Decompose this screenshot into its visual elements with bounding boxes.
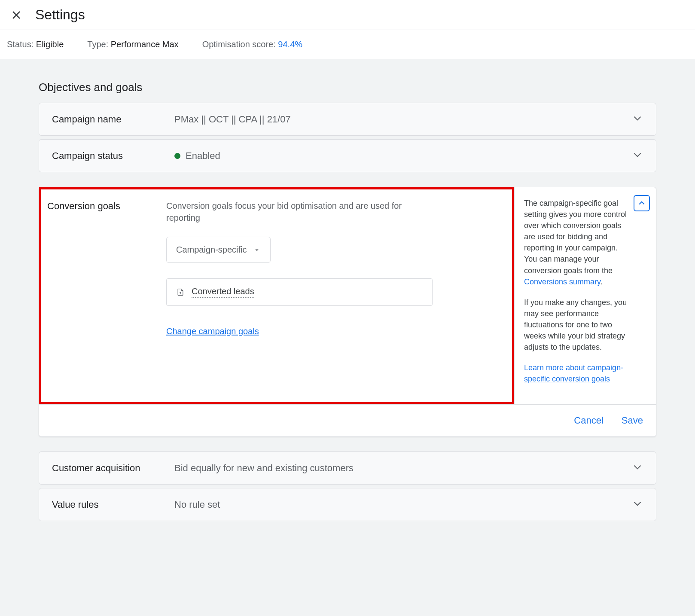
help-text-1: The campaign-specific goal setting gives… xyxy=(524,198,647,287)
learn-more-link[interactable]: Learn more about campaign-specific conve… xyxy=(524,363,623,383)
campaign-status-value: Enabled xyxy=(174,150,632,162)
goal-item-text: Converted leads xyxy=(192,287,254,298)
settings-header: Settings xyxy=(0,0,695,30)
chevron-up-icon xyxy=(637,199,646,207)
page-title: Settings xyxy=(35,7,85,23)
content-area: Objectives and goals Campaign name PMax … xyxy=(0,59,695,537)
chevron-down-icon xyxy=(632,461,643,475)
goal-scope-dropdown[interactable]: Campaign-specific xyxy=(166,237,271,263)
optimisation-label: Optimisation score: xyxy=(202,40,278,49)
conversion-goals-description: Conversion goals focus your bid optimisa… xyxy=(166,200,433,224)
customer-acquisition-label: Customer acquisition xyxy=(52,463,174,474)
collapse-help-button[interactable] xyxy=(634,195,650,211)
value-rules-label: Value rules xyxy=(52,499,174,510)
campaign-status-text: Enabled xyxy=(186,150,220,162)
conversion-goals-panel: Conversion goals Conversion goals focus … xyxy=(39,187,656,437)
goal-scope-value: Campaign-specific xyxy=(176,245,247,255)
type-label: Type: xyxy=(87,40,110,49)
save-button[interactable]: Save xyxy=(622,415,643,426)
conversion-goals-label: Conversion goals xyxy=(47,200,166,392)
customer-acquisition-value: Bid equally for new and existing custome… xyxy=(174,463,632,474)
campaign-name-row[interactable]: Campaign name PMax || OCT || CPA || 21/0… xyxy=(39,103,656,136)
help-panel: The campaign-specific goal setting gives… xyxy=(514,187,656,404)
status-field: Status: Eligible xyxy=(7,40,64,49)
status-bar: Status: Eligible Type: Performance Max O… xyxy=(0,30,695,59)
file-upload-icon xyxy=(176,288,185,296)
campaign-status-label: Campaign status xyxy=(52,150,174,162)
campaign-name-value: PMax || OCT || CPA || 21/07 xyxy=(174,114,632,125)
campaign-status-row[interactable]: Campaign status Enabled xyxy=(39,139,656,172)
close-icon[interactable] xyxy=(10,9,22,21)
caret-down-icon xyxy=(253,246,261,254)
status-value: Eligible xyxy=(36,40,64,49)
customer-acquisition-row[interactable]: Customer acquisition Bid equally for new… xyxy=(39,451,656,485)
value-rules-value: No rule set xyxy=(174,499,632,510)
section-title: Objectives and goals xyxy=(39,81,656,94)
goal-item-row[interactable]: Converted leads xyxy=(166,278,433,306)
campaign-name-label: Campaign name xyxy=(52,114,174,125)
help-text-2: If you make any changes, you may see per… xyxy=(524,297,647,353)
conversions-summary-link[interactable]: Conversions summary xyxy=(524,278,601,286)
chevron-down-icon xyxy=(632,113,643,126)
change-campaign-goals-link[interactable]: Change campaign goals xyxy=(166,326,259,336)
type-field: Type: Performance Max xyxy=(87,40,178,49)
conversion-goals-highlight: Conversion goals Conversion goals focus … xyxy=(39,187,514,404)
type-value: Performance Max xyxy=(111,40,179,49)
value-rules-row[interactable]: Value rules No rule set xyxy=(39,488,656,521)
chevron-down-icon xyxy=(632,498,643,511)
status-label: Status: xyxy=(7,40,36,49)
action-bar: Cancel Save xyxy=(39,404,656,436)
optimisation-field: Optimisation score: 94.4% xyxy=(202,40,302,49)
status-enabled-dot xyxy=(174,153,180,159)
cancel-button[interactable]: Cancel xyxy=(574,415,603,426)
chevron-down-icon xyxy=(632,149,643,162)
optimisation-score[interactable]: 94.4% xyxy=(278,40,302,49)
